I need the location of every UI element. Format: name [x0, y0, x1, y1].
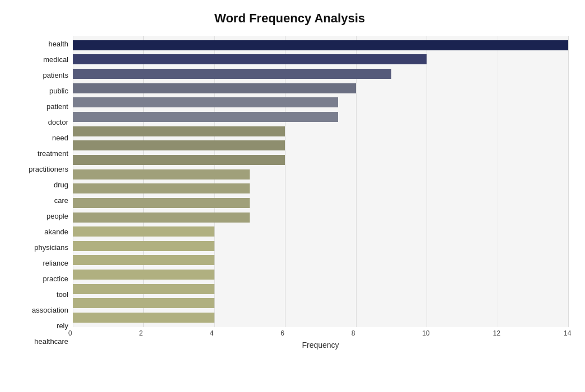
y-label: practice: [43, 272, 68, 286]
x-tick-labels: 02468101214: [73, 327, 568, 338]
y-label: rely: [57, 319, 68, 333]
bar: [73, 212, 250, 223]
bar-row: [73, 168, 568, 181]
bar: [73, 298, 214, 308]
bar: [73, 241, 214, 251]
bar: [73, 226, 214, 237]
bar: [73, 255, 214, 265]
bar: [73, 198, 250, 208]
bar-row: [73, 268, 568, 281]
grid-and-bars: [73, 36, 568, 327]
bar-row: [73, 139, 568, 152]
x-tick-label: 6: [280, 329, 284, 337]
y-label: care: [54, 193, 68, 207]
bar-row: [73, 154, 568, 166]
y-label: drug: [54, 178, 68, 191]
y-label: people: [46, 210, 68, 223]
bar-row: [73, 225, 568, 238]
x-tick-label: 10: [422, 329, 429, 337]
x-tick-label: 12: [493, 329, 500, 337]
bar-row: [73, 39, 568, 51]
x-tick-label: 0: [68, 329, 72, 337]
grid-line: [568, 36, 569, 327]
bar: [73, 313, 214, 323]
x-axis-label: Frequency: [73, 341, 568, 350]
bar: [73, 284, 214, 294]
bar: [73, 112, 338, 122]
y-label: medical: [43, 53, 68, 66]
bar-row: [73, 96, 568, 108]
y-label: patients: [43, 68, 68, 82]
bar: [73, 69, 391, 79]
bar-row: [73, 53, 568, 65]
chart-container: Word Frequency Analysis healthmedicalpat…: [0, 0, 585, 392]
bar-row: [73, 68, 568, 80]
bar: [73, 83, 356, 93]
y-label: need: [52, 131, 68, 144]
y-labels: healthmedicalpatientspublicpatientdoctor…: [11, 36, 73, 350]
bar-row: [73, 283, 568, 295]
x-tick-label: 14: [564, 329, 571, 337]
bar: [73, 155, 285, 165]
y-label: akande: [44, 225, 68, 239]
bar: [73, 97, 338, 107]
y-label: treatment: [38, 147, 68, 160]
bars-and-grid: 02468101214 Frequency: [73, 36, 568, 350]
bar-row: [73, 240, 568, 252]
y-label: health: [49, 37, 68, 50]
bar-row: [73, 111, 568, 123]
bar: [73, 140, 285, 150]
bar-row: [73, 311, 568, 324]
bar: [73, 270, 214, 280]
y-label: patient: [46, 100, 68, 113]
bar: [73, 126, 285, 136]
bar: [73, 40, 568, 50]
bar: [73, 169, 250, 180]
y-label: public: [49, 84, 68, 97]
y-label: tool: [57, 288, 68, 301]
chart-title: Word Frequency Analysis: [11, 11, 568, 26]
x-tick-label: 2: [139, 329, 143, 337]
bar-row: [73, 125, 568, 138]
chart-area: healthmedicalpatientspublicpatientdoctor…: [11, 36, 568, 350]
y-label: practitioners: [29, 162, 68, 176]
bar-row: [73, 82, 568, 95]
x-axis: 02468101214 Frequency: [73, 327, 568, 350]
y-label: physicians: [34, 241, 68, 254]
bar-row: [73, 197, 568, 209]
bar-row: [73, 182, 568, 195]
bars-wrapper: [73, 36, 568, 327]
x-tick-label: 8: [352, 329, 355, 337]
bar: [73, 54, 427, 64]
y-label: doctor: [48, 115, 68, 129]
bar-row: [73, 297, 568, 309]
y-label: association: [32, 304, 68, 317]
bar-row: [73, 254, 568, 266]
y-label: healthcare: [34, 335, 68, 348]
bar-row: [73, 211, 568, 224]
y-label: reliance: [43, 257, 68, 270]
x-tick-label: 4: [210, 329, 214, 337]
bar: [73, 183, 250, 193]
